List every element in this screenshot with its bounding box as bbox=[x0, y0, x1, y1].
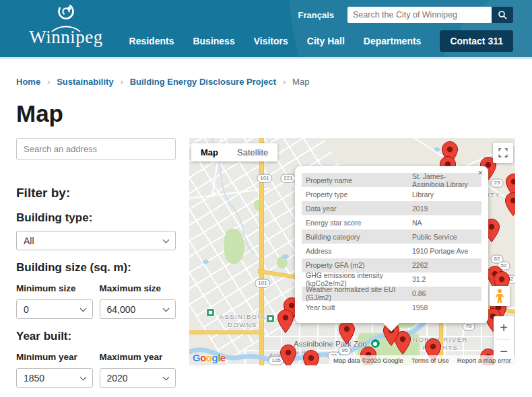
site-search-button[interactable] bbox=[492, 7, 513, 23]
route-shield: 101 bbox=[257, 174, 272, 183]
google-logo-letter: o bbox=[206, 352, 212, 363]
popup-row-value: 31.2 bbox=[412, 275, 477, 283]
filter-heading: Filter by: bbox=[16, 186, 176, 201]
map-data-text: Map data ©2020 Google bbox=[333, 357, 403, 364]
winnipeg-logo[interactable]: Winnipeg bbox=[12, 1, 120, 48]
close-icon[interactable]: × bbox=[477, 168, 483, 177]
pegman-icon bbox=[494, 289, 505, 303]
google-logo-letter: g bbox=[212, 352, 218, 363]
route-shield: 95 bbox=[339, 347, 352, 355]
map-attribution: Map data ©2020 Google Terms of Use Repor… bbox=[329, 355, 515, 365]
max-size-select[interactable]: 64,000 bbox=[100, 299, 176, 319]
main-nav: ResidentsBusinessVisitorsCity HallDepart… bbox=[129, 30, 513, 52]
min-year-label: Minimum year bbox=[16, 352, 93, 362]
nav-item-city-hall[interactable]: City Hall bbox=[307, 36, 345, 46]
popup-row: Property nameSt. James-Assiniboia Librar… bbox=[302, 173, 481, 187]
route-shield: 101 bbox=[255, 279, 270, 288]
content-area: Filter by: Building type: All Building s… bbox=[0, 138, 532, 388]
popup-row: Building categoryPublic Service bbox=[302, 229, 481, 244]
google-logo-letter: e bbox=[220, 352, 226, 363]
popup-row-value: Library bbox=[412, 190, 477, 199]
map-marker[interactable] bbox=[277, 310, 294, 333]
popup-row-value: Public Service bbox=[412, 233, 477, 241]
nav-items: ResidentsBusinessVisitorsCity HallDepart… bbox=[129, 36, 422, 46]
max-year-select[interactable]: 2020 bbox=[100, 368, 176, 388]
popup-row-label: Year built bbox=[306, 303, 412, 312]
building-type-label: Building type: bbox=[16, 211, 176, 225]
popup-row: Property GFA (m2)2262 bbox=[302, 258, 481, 273]
breadcrumb-separator-icon: › bbox=[47, 77, 50, 87]
map-marker[interactable] bbox=[339, 321, 355, 345]
breadcrumb-link-sustainability[interactable]: Sustainability bbox=[57, 77, 114, 87]
logo-wordmark: Winnipeg bbox=[12, 27, 120, 48]
popup-row-label: Data year bbox=[306, 205, 412, 213]
fullscreen-icon bbox=[498, 147, 508, 158]
popup-row-value: NA bbox=[412, 219, 477, 227]
min-year-select[interactable]: 1850 bbox=[16, 368, 93, 388]
report-map-error-link[interactable]: Report a map error bbox=[457, 357, 511, 364]
route-shield: 70 bbox=[463, 322, 475, 331]
map-marker[interactable] bbox=[505, 192, 515, 216]
language-link[interactable]: Français bbox=[298, 10, 334, 20]
park-poi-icon[interactable] bbox=[206, 308, 215, 317]
nav-item-residents[interactable]: Residents bbox=[129, 36, 174, 46]
popup-row: Data year2019 bbox=[302, 201, 481, 215]
popup-row-value: 0.86 bbox=[412, 289, 477, 297]
building-type-select[interactable]: All bbox=[16, 231, 176, 250]
popup-row-value: 1958 bbox=[412, 303, 477, 312]
property-info-window: × Property nameSt. James-Assiniboia Libr… bbox=[295, 166, 488, 323]
popup-row: Property typeLibrary bbox=[302, 187, 481, 201]
nav-item-departments[interactable]: Departments bbox=[364, 36, 422, 46]
year-built-heading: Year built: bbox=[16, 330, 176, 343]
map-marker[interactable] bbox=[280, 345, 296, 365]
popup-row-label: Property type bbox=[306, 190, 412, 199]
popup-row: Energy star scoreNA bbox=[302, 215, 481, 229]
popup-row-value: St. James-Assiniboia Library bbox=[412, 172, 477, 188]
popup-row-value: 1910 Portage Ave bbox=[412, 247, 477, 255]
fullscreen-button[interactable] bbox=[493, 143, 513, 163]
map-type-satellite-button[interactable]: Satellite bbox=[228, 143, 277, 161]
google-logo-letter: G bbox=[193, 352, 200, 363]
map-area-label: ASSINIBOIA DOWNS bbox=[220, 313, 266, 330]
map-type-control: Map Satellite bbox=[191, 143, 277, 161]
breadcrumb-current-map: Map bbox=[292, 77, 309, 87]
breadcrumb-link-building-energy-disclosure-project[interactable]: Building Energy Disclosure Project bbox=[130, 77, 276, 87]
max-year-label: Maximum year bbox=[100, 352, 176, 362]
google-logo-letter: o bbox=[200, 352, 206, 363]
popup-row-label: Weather normalized site EUI (GJ/m2) bbox=[306, 285, 412, 301]
popup-row-label: Property GFA (m2) bbox=[306, 261, 412, 269]
breadcrumb-separator-icon: › bbox=[121, 77, 123, 87]
max-size-label: Maximum size bbox=[100, 283, 176, 293]
terms-of-use-link[interactable]: Terms of Use bbox=[411, 357, 449, 364]
popup-row-label: Property name bbox=[306, 176, 412, 184]
popup-row: Address1910 Portage Ave bbox=[302, 244, 481, 258]
header-utility-bar: Français bbox=[298, 7, 513, 23]
contact-311-button[interactable]: Contact 311 bbox=[440, 30, 513, 52]
address-search-input[interactable] bbox=[16, 138, 176, 160]
map-marker[interactable] bbox=[303, 350, 319, 365]
min-size-label: Minimum size bbox=[16, 283, 93, 293]
map-type-map-button[interactable]: Map bbox=[191, 143, 228, 161]
building-size-heading: Building size (sq. m): bbox=[16, 261, 176, 275]
popup-row-label: Building category bbox=[306, 233, 412, 241]
nav-item-business[interactable]: Business bbox=[193, 36, 234, 46]
site-header: Winnipeg Français ResidentsBusinessVisit… bbox=[0, 0, 532, 59]
site-search-input[interactable] bbox=[347, 7, 492, 23]
park-poi-icon[interactable] bbox=[266, 314, 275, 323]
zoom-in-button[interactable]: + bbox=[494, 316, 514, 339]
nav-item-visitors[interactable]: Visitors bbox=[254, 36, 288, 46]
map-canvas[interactable]: ASSINIBOIA DOWNSNORTH RIVER HEIGHTSN CIT… bbox=[189, 138, 515, 365]
popup-row-value: 2019 bbox=[412, 205, 477, 213]
popup-row: Year built1958 bbox=[302, 301, 481, 315]
popup-row-label: Address bbox=[306, 247, 412, 255]
breadcrumb-link-home[interactable]: Home bbox=[16, 77, 40, 87]
filter-sidebar: Filter by: Building type: All Building s… bbox=[16, 138, 176, 388]
pegman-control[interactable] bbox=[490, 286, 510, 306]
page-title: Map bbox=[16, 100, 532, 127]
min-size-select[interactable]: 0 bbox=[16, 299, 93, 319]
search-icon bbox=[498, 10, 507, 20]
popup-row-label: Energy star score bbox=[306, 219, 412, 227]
google-logo[interactable]: Google bbox=[193, 352, 226, 363]
breadcrumb-separator-icon: › bbox=[283, 77, 286, 87]
popup-row: Weather normalized site EUI (GJ/m2)0.86 bbox=[302, 287, 481, 301]
